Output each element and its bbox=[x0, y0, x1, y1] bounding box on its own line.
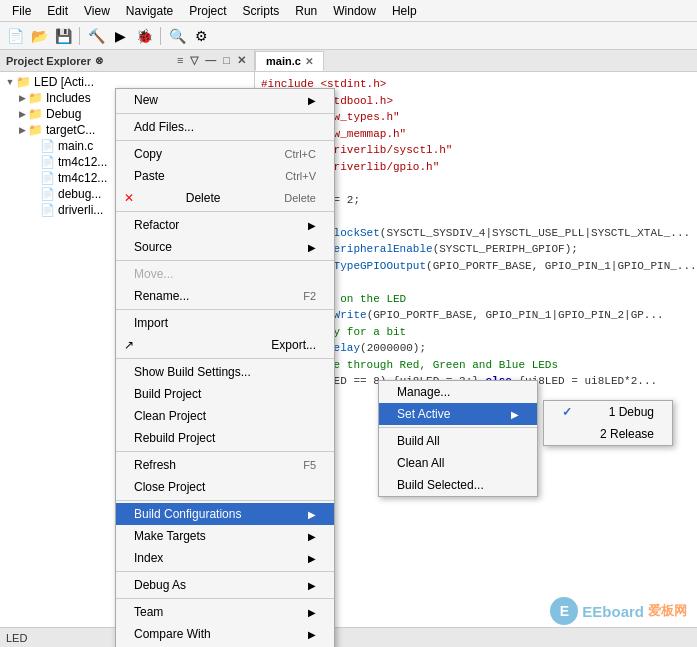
ctx-copy-label: Copy bbox=[134, 147, 162, 161]
editor-tabs: main.c ✕ bbox=[255, 50, 697, 72]
ctx-addfiles-label: Add Files... bbox=[134, 120, 194, 134]
explorer-menu-icon[interactable]: ▽ bbox=[188, 54, 200, 67]
tree-icon-root: 📁 bbox=[16, 75, 31, 89]
ctx-closeproject[interactable]: Close Project bbox=[116, 476, 334, 498]
toolbar: 📄 📂 💾 🔨 ▶ 🐞 🔍 ⚙ bbox=[0, 22, 697, 50]
ctx-closeproject-label: Close Project bbox=[134, 480, 205, 494]
ctx-sep7 bbox=[116, 451, 334, 452]
sub1-setactive[interactable]: Set Active ▶ bbox=[379, 403, 537, 425]
ctx-paste[interactable]: Paste Ctrl+V bbox=[116, 165, 334, 187]
tree-icon-debugfile: 📄 bbox=[40, 187, 55, 201]
tree-label-debugfile: debug... bbox=[58, 187, 101, 201]
tree-icon-tm4c12b: 📄 bbox=[40, 171, 55, 185]
toolbar-new-btn[interactable]: 📄 bbox=[4, 25, 26, 47]
ctx-maketargets[interactable]: Make Targets ▶ bbox=[116, 525, 334, 547]
menu-help[interactable]: Help bbox=[384, 2, 425, 20]
toolbar-save-btn[interactable]: 💾 bbox=[52, 25, 74, 47]
watermark-text1: EEboard bbox=[582, 603, 644, 620]
ctx-addfiles[interactable]: Add Files... bbox=[116, 116, 334, 138]
menu-file[interactable]: File bbox=[4, 2, 39, 20]
delete-icon: ✕ bbox=[120, 191, 138, 205]
tree-arrow-includes: ▶ bbox=[16, 93, 28, 103]
submenu1-buildconfigs: Manage... Set Active ▶ Build All Clean A… bbox=[378, 380, 538, 497]
ctx-refresh-label: Refresh bbox=[134, 458, 176, 472]
ctx-rename-shortcut: F2 bbox=[303, 290, 316, 302]
ctx-showbuild[interactable]: Show Build Settings... bbox=[116, 361, 334, 383]
toolbar-search-btn[interactable]: 🔍 bbox=[166, 25, 188, 47]
ctx-paste-label: Paste bbox=[134, 169, 165, 183]
ctx-buildproject[interactable]: Build Project bbox=[116, 383, 334, 405]
tree-icon-driverlib: 📄 bbox=[40, 203, 55, 217]
ctx-sep6 bbox=[116, 358, 334, 359]
sub1-buildall[interactable]: Build All bbox=[379, 430, 537, 452]
ctx-paste-shortcut: Ctrl+V bbox=[285, 170, 316, 182]
sub1-buildselected[interactable]: Build Selected... bbox=[379, 474, 537, 496]
ctx-team-arrow: ▶ bbox=[308, 607, 316, 618]
menu-view[interactable]: View bbox=[76, 2, 118, 20]
ctx-refactor-arrow: ▶ bbox=[308, 220, 316, 231]
toolbar-run-btn[interactable]: ▶ bbox=[109, 25, 131, 47]
explorer-close-icon[interactable]: ✕ bbox=[235, 54, 248, 67]
sub1-cleanall[interactable]: Clean All bbox=[379, 452, 537, 474]
ctx-move[interactable]: Move... bbox=[116, 263, 334, 285]
ctx-copy-shortcut: Ctrl+C bbox=[285, 148, 316, 160]
ctx-rebuildproject-label: Rebuild Project bbox=[134, 431, 215, 445]
ctx-delete[interactable]: ✕ Delete Delete bbox=[116, 187, 334, 209]
tree-icon-includes: 📁 bbox=[28, 91, 43, 105]
ctx-export[interactable]: ↗ Export... bbox=[116, 334, 334, 356]
ctx-sep3 bbox=[116, 211, 334, 212]
explorer-header-left: Project Explorer ⊗ bbox=[6, 55, 103, 67]
ctx-rename-label: Rename... bbox=[134, 289, 189, 303]
sub2-2release[interactable]: 2 Release bbox=[544, 423, 672, 445]
sub1-cleanall-label: Clean All bbox=[397, 456, 444, 470]
ctx-sep5 bbox=[116, 309, 334, 310]
ctx-rename[interactable]: Rename... F2 bbox=[116, 285, 334, 307]
ctx-new-label: New bbox=[134, 93, 158, 107]
ctx-refactor[interactable]: Refactor ▶ bbox=[116, 214, 334, 236]
tab-mainc-close[interactable]: ✕ bbox=[305, 56, 313, 67]
tree-arrow-debug: ▶ bbox=[16, 109, 28, 119]
ctx-cleanproject[interactable]: Clean Project bbox=[116, 405, 334, 427]
sub1-manage[interactable]: Manage... bbox=[379, 381, 537, 403]
explorer-minimize-icon[interactable]: — bbox=[203, 54, 218, 67]
tab-mainc[interactable]: main.c ✕ bbox=[255, 51, 324, 71]
menu-navigate[interactable]: Navigate bbox=[118, 2, 181, 20]
ctx-index[interactable]: Index ▶ bbox=[116, 547, 334, 569]
ctx-team[interactable]: Team ▶ bbox=[116, 601, 334, 623]
tab-mainc-label: main.c bbox=[266, 55, 301, 67]
ctx-buildconfigs[interactable]: Build Configurations ▶ bbox=[116, 503, 334, 525]
toolbar-open-btn[interactable]: 📂 bbox=[28, 25, 50, 47]
ctx-copy[interactable]: Copy Ctrl+C bbox=[116, 143, 334, 165]
tree-label-tm4c12b: tm4c12... bbox=[58, 171, 107, 185]
toolbar-debug-btn[interactable]: 🐞 bbox=[133, 25, 155, 47]
ctx-sep2 bbox=[116, 140, 334, 141]
ctx-comparewith[interactable]: Compare With ▶ bbox=[116, 623, 334, 645]
explorer-maximize-icon[interactable]: □ bbox=[221, 54, 232, 67]
export-icon: ↗ bbox=[120, 338, 138, 352]
ctx-maketargets-label: Make Targets bbox=[134, 529, 206, 543]
sub1-sep1 bbox=[379, 427, 537, 428]
ctx-debugas[interactable]: Debug As ▶ bbox=[116, 574, 334, 596]
sub2-1debug[interactable]: ✓ 1 Debug bbox=[544, 401, 672, 423]
menu-scripts[interactable]: Scripts bbox=[235, 2, 288, 20]
toolbar-settings-btn[interactable]: ⚙ bbox=[190, 25, 212, 47]
tree-label-includes: Includes bbox=[46, 91, 91, 105]
toolbar-build-btn[interactable]: 🔨 bbox=[85, 25, 107, 47]
ctx-cleanproject-label: Clean Project bbox=[134, 409, 206, 423]
ctx-rebuildproject[interactable]: Rebuild Project bbox=[116, 427, 334, 449]
ctx-source[interactable]: Source ▶ bbox=[116, 236, 334, 258]
ctx-new[interactable]: New ▶ bbox=[116, 89, 334, 111]
menu-run[interactable]: Run bbox=[287, 2, 325, 20]
ctx-delete-shortcut: Delete bbox=[284, 192, 316, 204]
ctx-team-label: Team bbox=[134, 605, 163, 619]
ctx-maketargets-arrow: ▶ bbox=[308, 531, 316, 542]
tree-icon-targetc: 📁 bbox=[28, 123, 43, 137]
menu-edit[interactable]: Edit bbox=[39, 2, 76, 20]
menu-window[interactable]: Window bbox=[325, 2, 384, 20]
ctx-refresh[interactable]: Refresh F5 bbox=[116, 454, 334, 476]
menu-project[interactable]: Project bbox=[181, 2, 234, 20]
watermark: E EEboard 爱板网 bbox=[550, 597, 687, 625]
explorer-collapse-icon[interactable]: ≡ bbox=[175, 54, 185, 67]
ctx-import[interactable]: Import bbox=[116, 312, 334, 334]
ctx-showbuild-label: Show Build Settings... bbox=[134, 365, 251, 379]
